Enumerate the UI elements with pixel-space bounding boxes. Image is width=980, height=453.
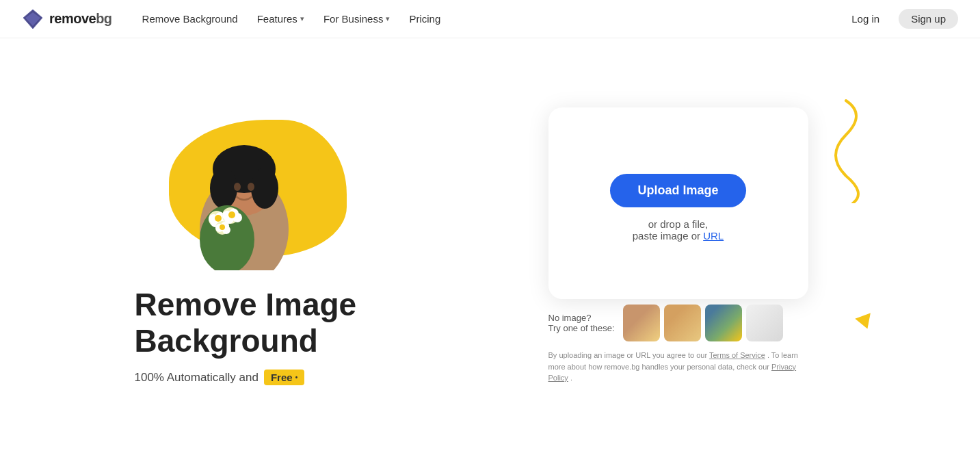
hero-person-image xyxy=(169,120,319,270)
squiggle-decoration xyxy=(805,94,887,203)
svg-point-21 xyxy=(228,211,235,218)
disclaimer-text: By uploading an image or URL you agree t… xyxy=(548,350,808,384)
logo-icon xyxy=(22,8,44,30)
main-headline: Remove Image Background xyxy=(135,287,357,359)
features-chevron-icon: ▾ xyxy=(300,14,304,23)
triangle-decoration xyxy=(855,313,875,331)
signup-button[interactable]: Sign up xyxy=(899,9,958,29)
login-button[interactable]: Log in xyxy=(840,9,890,29)
svg-point-15 xyxy=(215,215,222,222)
sample-images-container xyxy=(623,305,783,341)
nav-for-business[interactable]: For Business ▾ xyxy=(315,9,399,29)
tos-link[interactable]: Terms of Service xyxy=(709,351,765,359)
logo-text: removebg xyxy=(49,11,112,27)
nav-pricing[interactable]: Pricing xyxy=(401,9,449,29)
svg-point-8 xyxy=(248,183,254,191)
url-link[interactable]: URL xyxy=(703,230,724,242)
drop-file-text: or drop a file, paste image or URL xyxy=(633,218,724,242)
subline: 100% Automatically and Free xyxy=(135,370,305,385)
svg-point-7 xyxy=(234,183,241,191)
sample-image-2[interactable] xyxy=(664,305,701,341)
upload-image-button[interactable]: Upload Image xyxy=(610,174,745,207)
svg-point-5 xyxy=(210,168,237,209)
upload-card: Upload Image or drop a file, paste image… xyxy=(548,107,808,299)
nav-links: Remove Background Features ▾ For Busines… xyxy=(134,9,841,29)
right-panel: Upload Image or drop a file, paste image… xyxy=(511,107,846,384)
nav-remove-background[interactable]: Remove Background xyxy=(134,9,246,29)
no-image-label: No image? Try one of these: xyxy=(548,313,615,333)
svg-point-26 xyxy=(220,224,225,230)
business-chevron-icon: ▾ xyxy=(386,14,390,23)
sample-image-4[interactable] xyxy=(746,305,783,341)
main-content: Remove Image Background 100% Automatical… xyxy=(80,38,901,453)
sample-images-row: No image? Try one of these: xyxy=(548,305,808,341)
hero-image-area xyxy=(135,106,354,270)
sample-image-1[interactable] xyxy=(623,305,660,341)
svg-point-6 xyxy=(251,168,278,209)
person-illustration xyxy=(169,120,319,270)
nav-auth-area: Log in Sign up xyxy=(840,9,958,29)
sample-image-3[interactable] xyxy=(705,305,742,341)
nav-features[interactable]: Features ▾ xyxy=(249,9,313,29)
free-badge: Free xyxy=(264,370,304,385)
logo-link[interactable]: removebg xyxy=(22,8,112,30)
navbar: removebg Remove Background Features ▾ Fo… xyxy=(0,0,980,38)
left-panel: Remove Image Background 100% Automatical… xyxy=(135,106,470,386)
